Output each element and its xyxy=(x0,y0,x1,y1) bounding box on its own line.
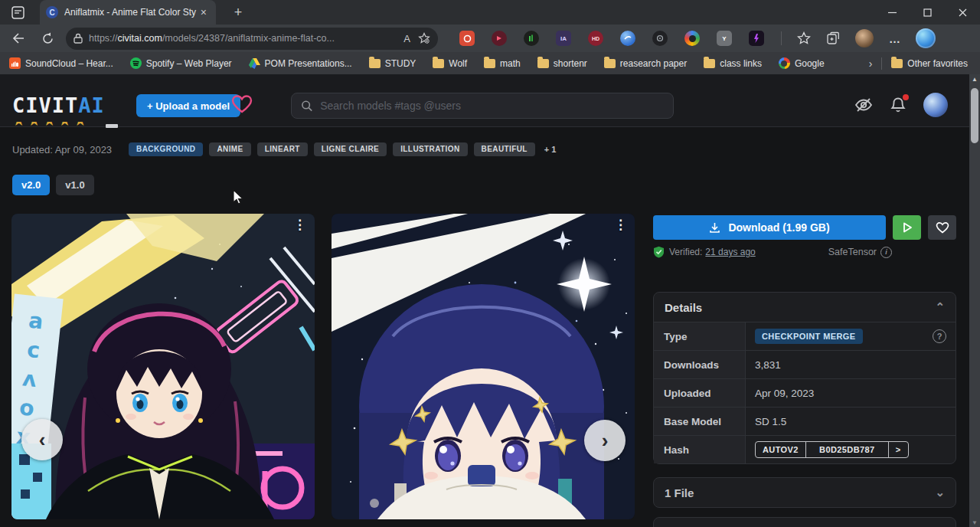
refresh-button[interactable] xyxy=(37,28,58,49)
tag-chip[interactable]: ILLUSTRATION xyxy=(393,142,467,156)
back-button[interactable] xyxy=(8,28,29,49)
files-panel-title: 1 File xyxy=(665,486,694,499)
reviews-panel-partial[interactable] xyxy=(653,517,956,527)
profile-avatar[interactable] xyxy=(855,29,874,47)
tab-close-icon[interactable]: × xyxy=(198,6,210,18)
collections-icon[interactable] xyxy=(826,31,840,45)
bookmark-item[interactable]: math xyxy=(484,58,521,69)
scrollbar-down-arrow[interactable]: ▼ xyxy=(969,519,980,526)
extension-icon[interactable] xyxy=(620,31,635,46)
soundcloud-icon xyxy=(9,57,21,69)
run-model-button[interactable] xyxy=(893,215,921,240)
extension-icon[interactable] xyxy=(524,31,539,46)
file-format-label: SafeTensor xyxy=(828,247,877,257)
edge-copilot-icon[interactable] xyxy=(916,28,936,48)
browser-toolbar: https://civitai.com/models/24387/aniflat… xyxy=(0,25,980,52)
tag-chip[interactable]: ANIME xyxy=(209,142,250,156)
bookmark-item[interactable]: shortenr xyxy=(537,58,587,69)
detail-value: Apr 09, 2023 xyxy=(746,379,956,407)
extension-icon[interactable] xyxy=(459,31,475,46)
tab-actions-menu-icon[interactable] xyxy=(6,3,29,21)
gallery-image-2[interactable] xyxy=(332,214,635,519)
files-panel[interactable]: 1 File ⌄ xyxy=(653,477,956,508)
verified-shield-icon xyxy=(653,246,665,258)
download-row: Download (1.99 GB) xyxy=(653,215,956,240)
verified-time-link[interactable]: 21 days ago xyxy=(705,247,755,257)
detail-row-downloads: Downloads 3,831 xyxy=(654,350,956,378)
user-avatar[interactable] xyxy=(923,93,948,117)
civitai-logo[interactable]: CIVITAI xyxy=(12,93,105,117)
tag-chip[interactable]: BEAUTIFUL xyxy=(474,142,535,156)
scrollbar-up-arrow[interactable]: ▲ xyxy=(969,76,980,83)
type-badge[interactable]: CHECKPOINT MERGE xyxy=(755,329,863,344)
folder-icon xyxy=(604,59,616,68)
collapse-chevron-icon[interactable]: ⌃ xyxy=(935,300,945,314)
header-heart-icon[interactable] xyxy=(231,94,253,114)
spotify-icon xyxy=(130,57,142,69)
folder-icon xyxy=(704,59,715,68)
extension-icon[interactable] xyxy=(492,31,507,46)
download-button[interactable]: Download (1.99 GB) xyxy=(653,215,886,240)
bookmark-item[interactable]: Google xyxy=(779,57,825,69)
bookmark-item[interactable]: STUDY xyxy=(369,58,416,69)
search-box[interactable] xyxy=(291,93,674,119)
minimize-button[interactable] xyxy=(874,0,910,25)
bookmark-label: math xyxy=(500,58,521,69)
extension-icon[interactable]: HD xyxy=(588,31,603,46)
extension-icon[interactable]: Y xyxy=(717,31,732,46)
new-tab-button[interactable]: + xyxy=(228,5,248,21)
url-bar[interactable]: https://civitai.com/models/24387/aniflat… xyxy=(66,28,438,50)
scrollbar-thumb[interactable] xyxy=(971,88,978,143)
page-scrollbar[interactable]: ▲ ▼ xyxy=(969,74,980,527)
extension-icon[interactable] xyxy=(684,31,700,46)
favorites-star-icon[interactable] xyxy=(797,31,811,45)
bookmark-item[interactable]: SoundCloud – Hear... xyxy=(9,57,113,69)
extension-icon[interactable]: IA xyxy=(556,31,571,46)
carousel-prev-button[interactable]: ‹ xyxy=(21,419,63,460)
carousel-next-button[interactable]: › xyxy=(584,420,626,461)
expand-chevron-icon[interactable]: ⌄ xyxy=(935,486,945,499)
detail-label: Downloads xyxy=(654,351,746,378)
extension-icon[interactable] xyxy=(749,31,764,46)
add-favorite-star-icon[interactable] xyxy=(418,32,430,44)
browser-tab-active[interactable]: C Aniflatmix - Anime Flat Color Sty × xyxy=(40,0,216,25)
bookmark-item-other-favorites[interactable]: Other favorites xyxy=(891,58,968,69)
bookmark-label: STUDY xyxy=(385,58,416,69)
more-menu-icon[interactable]: … xyxy=(889,32,900,45)
svg-text:a: a xyxy=(28,308,44,335)
site-favicon: C xyxy=(46,6,58,18)
star-icons[interactable]: ★★★★★ xyxy=(12,122,89,129)
bookmark-item[interactable]: Spotify – Web Player xyxy=(130,57,232,69)
tab-strip: C Aniflatmix - Anime Flat Color Sty × + xyxy=(0,0,980,25)
hash-badge-group[interactable]: AUTOV2 B0D25DB787 > xyxy=(755,441,909,458)
extension-icon[interactable] xyxy=(652,31,668,46)
bookmark-item[interactable]: class links xyxy=(704,58,762,69)
bookmark-label: Wolf xyxy=(449,58,467,69)
search-input[interactable] xyxy=(320,100,664,112)
gallery-image-1[interactable]: acʌox xyxy=(11,214,315,519)
version-chip[interactable]: v1.0 xyxy=(56,175,93,195)
bookmark-item[interactable]: reasearch paper xyxy=(604,58,687,69)
extensions-row: IA HD Y xyxy=(459,31,764,46)
bookmark-item[interactable]: POM Presentations... xyxy=(249,58,352,69)
hide-content-eye-icon[interactable] xyxy=(854,97,873,113)
maximize-button[interactable] xyxy=(910,0,945,25)
tag-chip[interactable]: BACKGROUND xyxy=(129,142,203,156)
bookmark-item[interactable]: Wolf xyxy=(433,58,467,69)
hash-expand-icon[interactable]: > xyxy=(888,442,908,457)
url-domain: civitai.com xyxy=(118,33,162,44)
read-aloud-icon[interactable]: A xyxy=(403,33,410,44)
version-chip-selected[interactable]: v2.0 xyxy=(12,175,50,195)
bookmarks-overflow-icon[interactable]: › xyxy=(869,57,873,70)
help-icon[interactable]: ? xyxy=(933,329,946,343)
info-icon[interactable]: i xyxy=(880,247,892,258)
upload-model-button[interactable]: + Upload a model xyxy=(136,94,240,117)
more-tags-button[interactable]: + 1 xyxy=(544,145,557,154)
favorite-model-button[interactable] xyxy=(928,215,956,240)
tag-chip[interactable]: LINEART xyxy=(257,142,308,156)
tag-chip[interactable]: LIGNE CLAIRE xyxy=(314,142,387,156)
notifications-button[interactable] xyxy=(890,97,906,114)
details-panel-header[interactable]: Details ⌃ xyxy=(654,293,956,322)
bookmark-label: SoundCloud – Hear... xyxy=(25,58,113,69)
close-window-button[interactable] xyxy=(945,0,980,25)
